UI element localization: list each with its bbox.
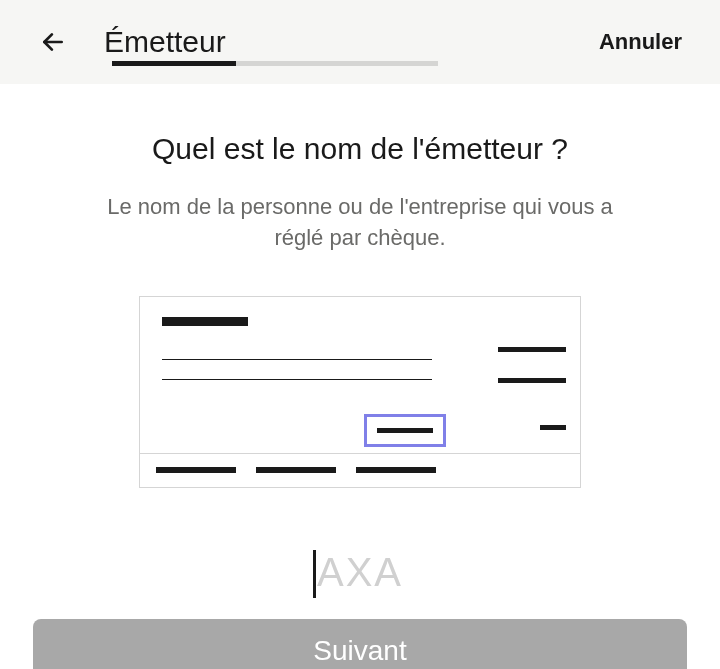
content: Quel est le nom de l'émetteur ? Le nom d… bbox=[0, 84, 720, 595]
title-section: Émetteur bbox=[104, 25, 563, 59]
back-arrow-icon[interactable] bbox=[38, 27, 68, 57]
cheque-emitter-highlight bbox=[364, 414, 446, 447]
progress-bar bbox=[112, 61, 438, 66]
progress-fill bbox=[112, 61, 236, 66]
emitter-input-placeholder: AXA bbox=[317, 550, 403, 595]
cheque-illustration bbox=[139, 296, 581, 488]
header: Émetteur Annuler bbox=[0, 0, 720, 84]
page-title: Émetteur bbox=[104, 25, 563, 59]
cancel-button[interactable]: Annuler bbox=[599, 29, 682, 55]
question-heading: Quel est le nom de l'émetteur ? bbox=[40, 132, 680, 166]
next-button[interactable]: Suivant bbox=[33, 619, 687, 669]
subtitle-text: Le nom de la personne ou de l'entreprise… bbox=[100, 192, 620, 254]
emitter-input-wrapper[interactable]: AXA bbox=[40, 550, 680, 595]
text-cursor bbox=[313, 550, 316, 598]
